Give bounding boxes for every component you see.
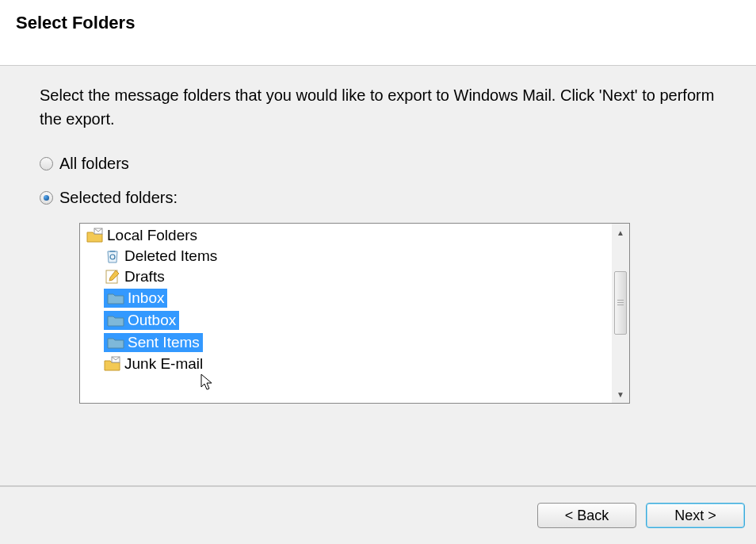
recycle-bin-icon bbox=[104, 248, 121, 264]
tree-root-label: Local Folders bbox=[107, 227, 197, 244]
radio-label: All folders bbox=[59, 155, 129, 173]
scroll-thumb[interactable] bbox=[614, 271, 627, 335]
folder-mail-icon bbox=[104, 356, 121, 372]
instruction-text: Select the message folders that you woul… bbox=[40, 83, 716, 131]
next-button[interactable]: Next > bbox=[646, 503, 745, 528]
tree-item-label: Sent Items bbox=[128, 334, 200, 351]
scroll-up-icon[interactable]: ▲ bbox=[613, 225, 628, 239]
radio-icon bbox=[40, 157, 53, 170]
radio-selected-folders[interactable]: Selected folders: bbox=[40, 189, 716, 207]
tree-content: Local Folders Deleted Items Drafts bbox=[80, 224, 612, 403]
radio-label: Selected folders: bbox=[59, 189, 178, 207]
folder-tree: Local Folders Deleted Items Drafts bbox=[79, 223, 630, 404]
tree-item-label: Outbox bbox=[128, 312, 176, 329]
tree-item-label: Inbox bbox=[128, 289, 164, 307]
tree-item-label: Junk E-mail bbox=[124, 355, 203, 373]
tree-item-sent[interactable]: Sent Items bbox=[80, 331, 612, 354]
folder-blue-icon bbox=[107, 290, 124, 306]
dialog-header: Select Folders bbox=[0, 0, 756, 65]
dialog-content: Select the message folders that you woul… bbox=[0, 66, 756, 485]
tree-root-local-folders[interactable]: Local Folders bbox=[80, 225, 612, 246]
folder-blue-icon bbox=[107, 312, 124, 328]
tree-item-label: Drafts bbox=[124, 268, 165, 285]
folder-scope-radio-group: All folders Selected folders: bbox=[40, 155, 716, 207]
tree-item-drafts[interactable]: Drafts bbox=[80, 266, 612, 287]
folder-blue-icon bbox=[107, 335, 124, 351]
tree-item-outbox[interactable]: Outbox bbox=[80, 309, 612, 331]
radio-icon-checked bbox=[40, 191, 53, 205]
tree-item-label: Deleted Items bbox=[124, 247, 217, 265]
tree-item-inbox[interactable]: Inbox bbox=[80, 287, 612, 309]
tree-item-deleted[interactable]: Deleted Items bbox=[80, 246, 612, 266]
back-button[interactable]: < Back bbox=[537, 503, 636, 528]
folder-mail-icon bbox=[86, 228, 104, 243]
radio-all-folders[interactable]: All folders bbox=[40, 155, 716, 173]
tree-item-junk[interactable]: Junk E-mail bbox=[80, 354, 612, 374]
dialog-title: Select Folders bbox=[16, 13, 740, 33]
draft-pencil-icon bbox=[104, 269, 121, 285]
scroll-down-icon[interactable]: ▼ bbox=[613, 387, 628, 401]
tree-scrollbar[interactable]: ▲ ▼ bbox=[612, 224, 629, 403]
dialog-footer: < Back Next > bbox=[0, 486, 756, 544]
